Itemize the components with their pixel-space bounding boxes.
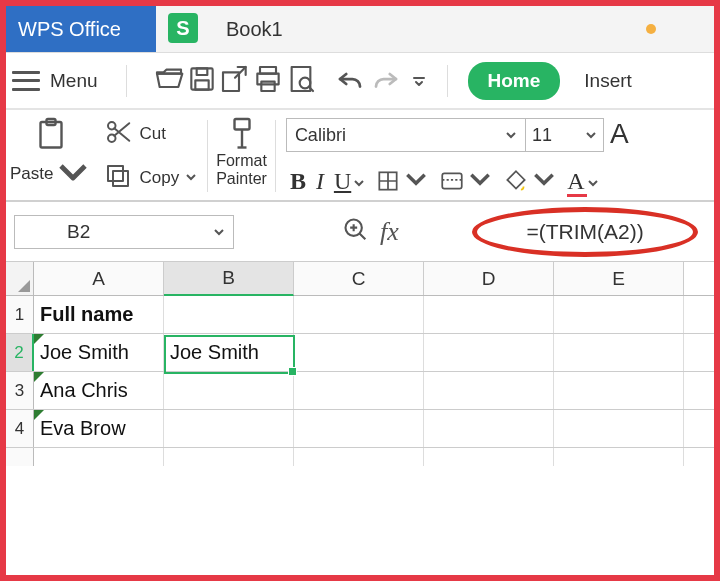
spreadsheet-icon: S bbox=[168, 13, 198, 43]
bold-button[interactable]: B bbox=[290, 168, 306, 195]
svg-rect-17 bbox=[442, 173, 462, 188]
cell[interactable] bbox=[424, 372, 554, 409]
separator bbox=[126, 65, 127, 97]
copy-button[interactable]: Copy bbox=[103, 160, 197, 196]
hamburger-icon[interactable] bbox=[12, 71, 40, 91]
quick-access-dropdown-icon[interactable] bbox=[411, 73, 427, 89]
cell[interactable]: Joe Smith bbox=[164, 334, 294, 371]
svg-rect-1 bbox=[196, 68, 207, 75]
font-name-value: Calibri bbox=[295, 125, 346, 146]
formula-bar-row: B2 fx =(TRIM(A2)) bbox=[6, 202, 714, 262]
row-header[interactable]: 1 bbox=[6, 296, 34, 333]
cell[interactable] bbox=[424, 448, 554, 466]
cell[interactable] bbox=[554, 448, 684, 466]
format-painter-icon bbox=[224, 116, 260, 152]
paste-label: Paste bbox=[10, 164, 53, 184]
cell[interactable] bbox=[164, 296, 294, 333]
cell[interactable] bbox=[294, 372, 424, 409]
cell-style-button[interactable] bbox=[439, 166, 493, 196]
border-button[interactable] bbox=[375, 166, 429, 196]
cell[interactable] bbox=[164, 448, 294, 466]
name-box[interactable]: B2 bbox=[14, 215, 234, 249]
copy-label: Copy bbox=[139, 168, 179, 188]
cell[interactable] bbox=[164, 410, 294, 447]
chevron-down-icon bbox=[403, 166, 429, 196]
ribbon-top-row: Menu Home Insert bbox=[6, 52, 714, 110]
print-preview-icon[interactable] bbox=[285, 63, 317, 99]
grid-row: 1Full name bbox=[6, 296, 714, 334]
document-tab[interactable]: S Book1 bbox=[156, 6, 297, 52]
cell[interactable] bbox=[554, 410, 684, 447]
italic-button[interactable]: I bbox=[316, 168, 324, 195]
zoom-lens-icon[interactable] bbox=[342, 216, 370, 248]
tab-insert[interactable]: Insert bbox=[584, 70, 632, 92]
app-title: WPS Office bbox=[6, 6, 156, 52]
paste-button[interactable]: Paste bbox=[6, 116, 95, 196]
scissors-icon bbox=[103, 117, 133, 151]
fx-icon[interactable]: fx bbox=[380, 217, 399, 247]
cell[interactable]: Ana Chris bbox=[34, 372, 164, 409]
cell[interactable] bbox=[34, 448, 164, 466]
cut-button[interactable]: Cut bbox=[103, 116, 197, 152]
cell[interactable] bbox=[424, 334, 554, 371]
font-size-select[interactable]: 11 bbox=[526, 118, 604, 152]
chevron-down-icon bbox=[353, 168, 365, 195]
cell[interactable]: Joe Smith bbox=[34, 334, 164, 371]
column-header[interactable]: C bbox=[294, 262, 424, 295]
open-icon[interactable] bbox=[153, 63, 185, 99]
svg-rect-15 bbox=[234, 119, 249, 130]
formula-input[interactable]: =(TRIM(A2)) bbox=[472, 207, 698, 257]
column-header[interactable]: A bbox=[34, 262, 164, 295]
row-header[interactable]: 4 bbox=[6, 410, 34, 447]
tab-home[interactable]: Home bbox=[468, 62, 561, 100]
chevron-down-icon bbox=[587, 168, 599, 195]
cell[interactable] bbox=[164, 372, 294, 409]
chevron-down-icon bbox=[213, 221, 225, 243]
cell[interactable]: Eva Brow bbox=[34, 410, 164, 447]
cell[interactable] bbox=[294, 448, 424, 466]
save-icon[interactable] bbox=[186, 63, 218, 99]
undo-icon[interactable] bbox=[335, 64, 365, 98]
font-color-button[interactable]: A bbox=[567, 168, 598, 195]
fill-color-button[interactable] bbox=[503, 166, 557, 196]
app-frame: WPS Office S Book1 Menu Home Insert bbox=[0, 0, 720, 581]
underline-glyph: U bbox=[334, 168, 351, 195]
column-header[interactable]: D bbox=[424, 262, 554, 295]
export-icon[interactable] bbox=[219, 63, 251, 99]
chevron-down-icon bbox=[505, 125, 517, 146]
titlebar: WPS Office S Book1 bbox=[6, 6, 714, 52]
grid-rows: 1Full name2Joe SmithJoe Smith3Ana Chris4… bbox=[6, 296, 714, 466]
increase-font-icon[interactable]: A bbox=[610, 118, 629, 152]
row-header[interactable]: 3 bbox=[6, 372, 34, 409]
copy-dropdown-icon[interactable] bbox=[185, 169, 197, 187]
column-header[interactable]: B bbox=[164, 262, 294, 296]
print-icon[interactable] bbox=[252, 63, 284, 99]
grid-row: 4Eva Brow bbox=[6, 410, 714, 448]
font-color-glyph: A bbox=[567, 168, 584, 195]
svg-rect-14 bbox=[108, 166, 123, 181]
cell[interactable] bbox=[554, 334, 684, 371]
cell[interactable] bbox=[554, 372, 684, 409]
redo-icon[interactable] bbox=[371, 64, 401, 98]
format-painter-label-1: Format bbox=[216, 152, 267, 169]
row-header[interactable]: 2 bbox=[6, 334, 34, 371]
select-all-triangle[interactable] bbox=[6, 262, 34, 295]
underline-button[interactable]: U bbox=[334, 168, 365, 195]
separator bbox=[447, 65, 448, 97]
cell[interactable] bbox=[554, 296, 684, 333]
column-header[interactable]: E bbox=[554, 262, 684, 295]
cell[interactable]: Full name bbox=[34, 296, 164, 333]
row-header[interactable] bbox=[6, 448, 34, 466]
font-name-select[interactable]: Calibri bbox=[286, 118, 526, 152]
cell[interactable] bbox=[424, 410, 554, 447]
format-painter-button[interactable]: FormatPainter bbox=[210, 116, 273, 196]
ribbon-toolbar: Paste Cut Copy FormatPainter bbox=[6, 110, 714, 202]
cell[interactable] bbox=[294, 410, 424, 447]
cell[interactable] bbox=[424, 296, 554, 333]
paste-dropdown-icon[interactable] bbox=[55, 154, 91, 194]
spreadsheet-grid[interactable]: ABCDE 1Full name2Joe SmithJoe Smith3Ana … bbox=[6, 262, 714, 466]
svg-rect-13 bbox=[113, 171, 128, 186]
cell[interactable] bbox=[294, 334, 424, 371]
cell[interactable] bbox=[294, 296, 424, 333]
menu-button[interactable]: Menu bbox=[50, 70, 98, 92]
